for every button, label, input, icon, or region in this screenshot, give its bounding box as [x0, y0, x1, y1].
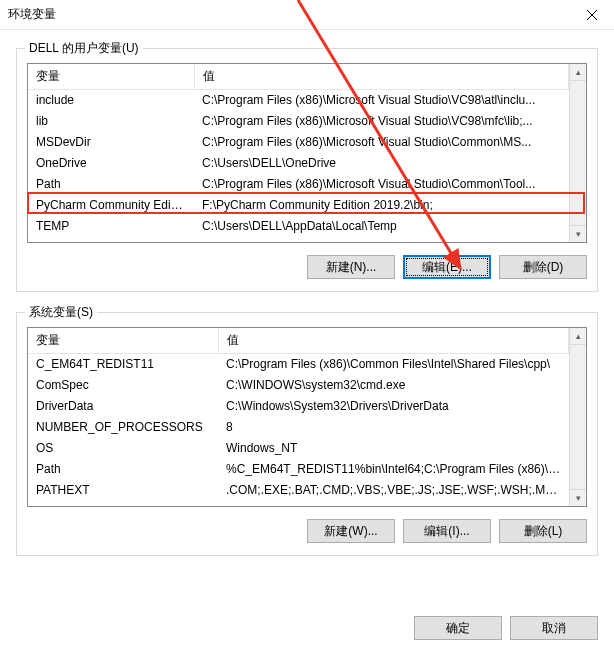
user-edit-button[interactable]: 编辑(E)...: [403, 255, 491, 279]
table-row[interactable]: PATHEXT.COM;.EXE;.BAT;.CMD;.VBS;.VBE;.JS…: [28, 480, 569, 501]
sys-col-val[interactable]: 值: [218, 328, 569, 354]
window-title: 环境变量: [8, 6, 56, 23]
table-row[interactable]: Path%C_EM64T_REDIST11%bin\Intel64;C:\Pro…: [28, 459, 569, 480]
table-row[interactable]: PyCharm Community Editi...F:\PyCharm Com…: [28, 195, 569, 216]
table-row[interactable]: includeC:\Program Files (x86)\Microsoft …: [28, 90, 569, 111]
table-row[interactable]: C_EM64T_REDIST11C:\Program Files (x86)\C…: [28, 354, 569, 375]
ok-button[interactable]: 确定: [414, 616, 502, 640]
cancel-button[interactable]: 取消: [510, 616, 598, 640]
user-vars-table-wrap: 变量 值 includeC:\Program Files (x86)\Micro…: [27, 63, 587, 243]
table-row[interactable]: NUMBER_OF_PROCESSORS8: [28, 417, 569, 438]
scroll-up-icon[interactable]: ▴: [570, 64, 586, 81]
titlebar: 环境变量: [0, 0, 614, 30]
table-row[interactable]: MSDevDirC:\Program Files (x86)\Microsoft…: [28, 132, 569, 153]
user-vars-legend: DELL 的用户变量(U): [25, 40, 143, 57]
sys-col-var[interactable]: 变量: [28, 328, 218, 354]
scroll-up-icon[interactable]: ▴: [570, 328, 586, 345]
user-new-button[interactable]: 新建(N)...: [307, 255, 395, 279]
scrollbar[interactable]: ▴ ▾: [569, 64, 586, 242]
table-row[interactable]: DriverDataC:\Windows\System32\Drivers\Dr…: [28, 396, 569, 417]
user-vars-group: DELL 的用户变量(U) 变量 值 includeC:\Program Fil…: [16, 48, 598, 292]
user-col-var[interactable]: 变量: [28, 64, 194, 90]
table-row[interactable]: TEMPC:\Users\DELL\AppData\Local\Temp: [28, 216, 569, 237]
sys-delete-button[interactable]: 删除(L): [499, 519, 587, 543]
sys-new-button[interactable]: 新建(W)...: [307, 519, 395, 543]
close-button[interactable]: [569, 0, 614, 30]
scroll-down-icon[interactable]: ▾: [570, 489, 586, 506]
table-row[interactable]: OneDriveC:\Users\DELL\OneDrive: [28, 153, 569, 174]
sys-edit-button[interactable]: 编辑(I)...: [403, 519, 491, 543]
close-icon: [587, 10, 597, 20]
user-vars-table[interactable]: 变量 值 includeC:\Program Files (x86)\Micro…: [28, 64, 569, 237]
system-vars-table[interactable]: 变量 值 C_EM64T_REDIST11C:\Program Files (x…: [28, 328, 569, 501]
user-delete-button[interactable]: 删除(D): [499, 255, 587, 279]
scrollbar[interactable]: ▴ ▾: [569, 328, 586, 506]
system-vars-group: 系统变量(S) 变量 值 C_EM64T_REDIST11C:\Program …: [16, 312, 598, 556]
table-row[interactable]: OSWindows_NT: [28, 438, 569, 459]
system-vars-table-wrap: 变量 值 C_EM64T_REDIST11C:\Program Files (x…: [27, 327, 587, 507]
scroll-down-icon[interactable]: ▾: [570, 225, 586, 242]
table-row[interactable]: libC:\Program Files (x86)\Microsoft Visu…: [28, 111, 569, 132]
table-row[interactable]: ComSpecC:\WINDOWS\system32\cmd.exe: [28, 375, 569, 396]
table-row-path[interactable]: PathC:\Program Files (x86)\Microsoft Vis…: [28, 174, 569, 195]
user-col-val[interactable]: 值: [194, 64, 569, 90]
system-vars-legend: 系统变量(S): [25, 304, 97, 321]
